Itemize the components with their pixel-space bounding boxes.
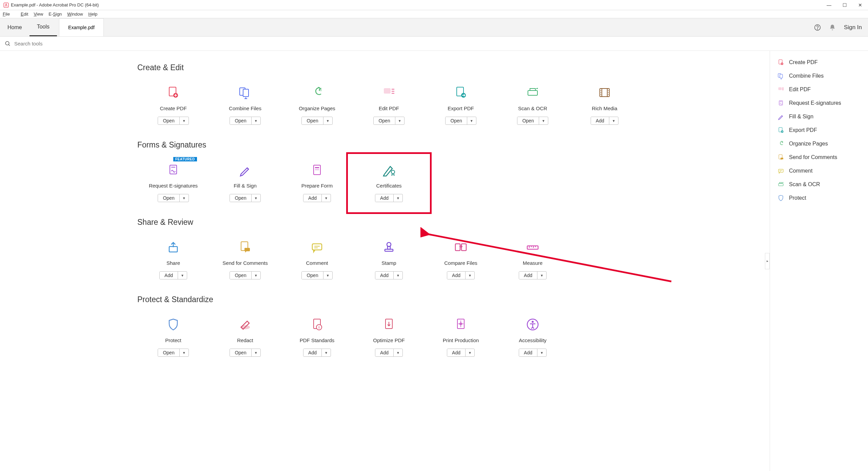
tool-action-caret[interactable]: ▼	[609, 117, 618, 124]
menu-view[interactable]: View	[34, 12, 43, 17]
tool-card-redact[interactable]: RedactOpen▼	[209, 314, 281, 357]
tool-action-caret[interactable]: ▼	[467, 117, 476, 124]
tool-card-request-e-signatures[interactable]: FEATUREDRequest E-signaturesOpen▼	[137, 159, 209, 202]
tool-action-button[interactable]: Add	[519, 272, 537, 279]
tool-action-button[interactable]: Add	[160, 272, 178, 279]
tool-card-combine-files[interactable]: Combine FilesOpen▼	[209, 82, 281, 125]
notifications-icon[interactable]	[829, 24, 836, 31]
menu-esign[interactable]: E-Sign	[48, 12, 62, 17]
tool-action-button[interactable]: Open	[446, 117, 467, 124]
tool-card-optimize-pdf[interactable]: Optimize PDFAdd▼	[353, 314, 425, 357]
tool-action-button[interactable]: Add	[375, 349, 394, 356]
tool-action-button[interactable]: Add	[519, 349, 537, 356]
tool-action-caret[interactable]: ▼	[395, 117, 404, 124]
tool-card-fill-sign[interactable]: Fill & SignOpen▼	[209, 159, 281, 202]
tool-action-caret[interactable]: ▼	[180, 117, 189, 124]
tool-card-share[interactable]: ShareAdd▼	[137, 236, 209, 279]
tool-card-create-pdf[interactable]: Create PDFOpen▼	[137, 82, 209, 125]
rail-item-export-pdf[interactable]: Export PDF	[770, 123, 868, 137]
tool-action-button[interactable]: Add	[303, 194, 322, 202]
rail-item-send-for-comments[interactable]: Send for Comments	[770, 151, 868, 164]
tool-action-caret[interactable]: ▼	[323, 272, 332, 279]
tool-action-button[interactable]: Add	[375, 272, 394, 279]
tool-action-caret[interactable]: ▼	[537, 349, 546, 356]
tool-action-caret[interactable]: ▼	[178, 272, 187, 279]
right-rail-collapse[interactable]: ▸	[765, 253, 770, 269]
tool-action-group: Add▼	[303, 194, 331, 202]
tool-action-caret[interactable]: ▼	[322, 349, 331, 356]
rail-item-organize-pages[interactable]: Organize Pages	[770, 137, 868, 151]
menu-help[interactable]: Help	[88, 12, 98, 17]
tool-action-button[interactable]: Open	[230, 349, 251, 356]
window-close[interactable]: ✕	[852, 0, 868, 10]
tool-action-button[interactable]: Open	[230, 272, 251, 279]
tool-card-scan-ocr[interactable]: Scan & OCROpen▼	[497, 82, 569, 125]
tool-card-comment[interactable]: CommentOpen▼	[281, 236, 353, 279]
tool-action-caret[interactable]: ▼	[180, 349, 189, 356]
tool-action-button[interactable]: Open	[374, 117, 395, 124]
tool-action-button[interactable]: Add	[447, 349, 466, 356]
tool-card-stamp[interactable]: StampAdd▼	[353, 236, 425, 279]
tool-action-group: Add▼	[447, 349, 475, 357]
rail-item-comment[interactable]: Comment	[770, 164, 868, 178]
rail-item-create-pdf[interactable]: Create PDF	[770, 56, 868, 69]
tool-action-caret[interactable]: ▼	[394, 349, 402, 356]
tool-card-print-production[interactable]: Print ProductionAdd▼	[425, 314, 497, 357]
tool-action-caret[interactable]: ▼	[322, 194, 331, 202]
rail-item-combine-files[interactable]: Combine Files	[770, 69, 868, 83]
tool-action-caret[interactable]: ▼	[537, 272, 546, 279]
document-tab[interactable]: Example.pdf	[59, 18, 104, 36]
tool-action-button[interactable]: Add	[447, 272, 466, 279]
tool-action-button[interactable]: Open	[158, 117, 179, 124]
tool-card-protect[interactable]: ProtectOpen▼	[137, 314, 209, 357]
tool-card-edit-pdf[interactable]: Edit PDFOpen▼	[353, 82, 425, 125]
search-input[interactable]	[14, 41, 116, 46]
rail-item-request-e-signatures[interactable]: Request E-signatures	[770, 96, 868, 110]
tool-action-button[interactable]: Add	[591, 117, 609, 124]
tool-card-compare-files[interactable]: Compare FilesAdd▼	[425, 236, 497, 279]
tool-action-button[interactable]: Open	[302, 272, 323, 279]
tool-action-caret[interactable]: ▼	[539, 117, 548, 124]
tool-card-send-for-comments[interactable]: Send for CommentsOpen▼	[209, 236, 281, 279]
menu-file[interactable]: File	[3, 12, 15, 17]
tool-action-caret[interactable]: ▼	[466, 349, 474, 356]
tool-action-caret[interactable]: ▼	[394, 272, 402, 279]
tool-action-caret[interactable]: ▼	[323, 117, 332, 124]
tool-action-button[interactable]: Open	[158, 194, 179, 202]
tool-card-rich-media[interactable]: Rich MediaAdd▼	[569, 82, 640, 125]
tool-action-caret[interactable]: ▼	[252, 349, 260, 356]
tool-card-export-pdf[interactable]: Export PDFOpen▼	[425, 82, 497, 125]
rail-item-scan-ocr[interactable]: Scan & OCR	[770, 178, 868, 191]
tool-action-caret[interactable]: ▼	[180, 194, 189, 202]
menu-edit[interactable]: Edit	[21, 12, 28, 17]
window-maximize[interactable]: ☐	[837, 0, 852, 10]
rail-item-protect[interactable]: Protect	[770, 191, 868, 205]
tab-home[interactable]: Home	[0, 18, 29, 36]
tool-card-accessibility[interactable]: AccessibilityAdd▼	[497, 314, 569, 357]
tool-action-button[interactable]: Open	[517, 117, 539, 124]
rail-item-edit-pdf[interactable]: Edit PDF	[770, 83, 868, 96]
tool-action-button[interactable]: Open	[230, 194, 251, 202]
tab-tools[interactable]: Tools	[29, 18, 57, 36]
tool-action-button[interactable]: Add	[303, 349, 322, 356]
tool-action-button[interactable]: Open	[302, 117, 323, 124]
tool-action-caret[interactable]: ▼	[466, 272, 474, 279]
tool-card-prepare-form[interactable]: Prepare FormAdd▼	[281, 159, 353, 202]
tool-action-caret[interactable]: ▼	[252, 272, 260, 279]
tool-action-button[interactable]: Open	[158, 349, 179, 356]
tool-action-caret[interactable]: ▼	[252, 194, 260, 202]
tool-action-caret[interactable]: ▼	[394, 194, 402, 202]
tool-card-organize-pages[interactable]: Organize PagesOpen▼	[281, 82, 353, 125]
rail-item-fill-sign[interactable]: Fill & Sign	[770, 110, 868, 123]
tool-action-button[interactable]: Add	[375, 194, 394, 202]
sign-in-link[interactable]: Sign In	[844, 24, 862, 31]
tool-card-pdf-standards[interactable]: iPDF StandardsAdd▼	[281, 314, 353, 357]
help-icon[interactable]	[814, 24, 821, 31]
tool-card-measure[interactable]: MeasureAdd▼	[497, 236, 569, 279]
menu-window[interactable]: Window	[67, 12, 83, 17]
tool-action-button[interactable]: Open	[230, 117, 251, 124]
tool-action-caret[interactable]: ▼	[252, 117, 260, 124]
tool-card-certificates[interactable]: CertificatesAdd▼	[353, 159, 425, 202]
window-minimize[interactable]: —	[821, 0, 837, 10]
tool-action-group: Open▼	[158, 349, 189, 357]
